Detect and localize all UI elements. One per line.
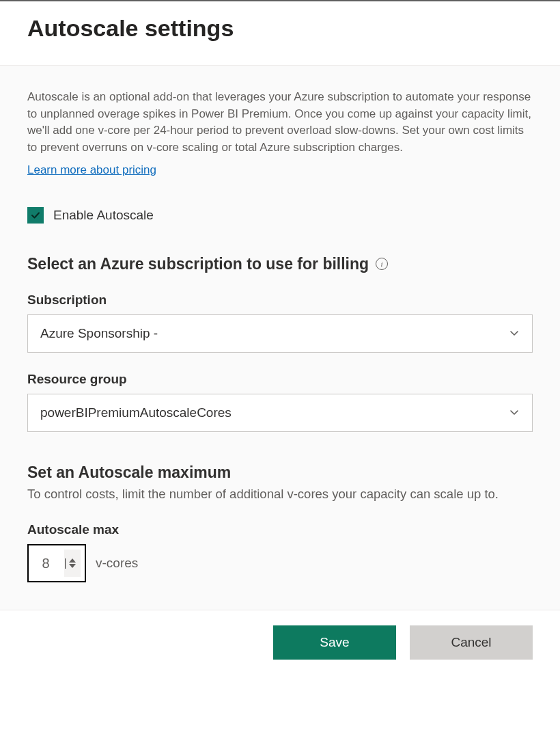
increment-icon[interactable] — [69, 558, 76, 563]
resource-group-label: Resource group — [27, 372, 533, 387]
billing-heading-text: Select an Azure subscription to use for … — [27, 255, 369, 273]
description-text: Autoscale is an optional add-on that lev… — [27, 89, 533, 157]
autoscale-settings-panel: Autoscale settings Autoscale is an optio… — [0, 1, 560, 675]
stepper-buttons — [64, 550, 81, 577]
autoscale-max-unit: v-cores — [96, 556, 138, 571]
billing-heading: Select an Azure subscription to use for … — [27, 255, 533, 273]
max-heading: Set an Autoscale maximum — [27, 463, 533, 482]
autoscale-max-value[interactable]: 8 — [29, 556, 64, 571]
autoscale-max-stepper[interactable]: 8 — [27, 544, 86, 582]
panel-footer: Save Cancel — [0, 610, 560, 675]
resource-group-value: powerBIPremiumAutoscaleCores — [40, 405, 232, 420]
checkmark-icon — [30, 210, 41, 221]
enable-autoscale-row[interactable]: Enable Autoscale — [27, 207, 533, 224]
decrement-icon[interactable] — [69, 564, 76, 568]
page-title: Autoscale settings — [27, 15, 533, 42]
chevron-down-icon — [509, 407, 520, 418]
chevron-down-icon — [509, 328, 520, 339]
subscription-label: Subscription — [27, 293, 533, 308]
panel-body: Autoscale is an optional add-on that lev… — [0, 65, 560, 610]
max-description: To control costs, limit the number of ad… — [27, 485, 533, 504]
enable-autoscale-label: Enable Autoscale — [53, 208, 154, 223]
autoscale-max-label: Autoscale max — [27, 522, 533, 537]
save-button[interactable]: Save — [273, 625, 396, 660]
resource-group-select[interactable]: powerBIPremiumAutoscaleCores — [27, 394, 533, 432]
enable-autoscale-checkbox[interactable] — [27, 207, 44, 224]
subscription-select[interactable]: Azure Sponsorship - — [27, 314, 533, 353]
info-icon[interactable]: i — [376, 258, 388, 270]
subscription-value: Azure Sponsorship - — [40, 326, 158, 341]
cancel-button[interactable]: Cancel — [410, 625, 533, 660]
learn-more-link[interactable]: Learn more about pricing — [27, 163, 156, 176]
panel-header: Autoscale settings — [0, 1, 560, 65]
autoscale-max-row: 8 v-cores — [27, 544, 533, 582]
